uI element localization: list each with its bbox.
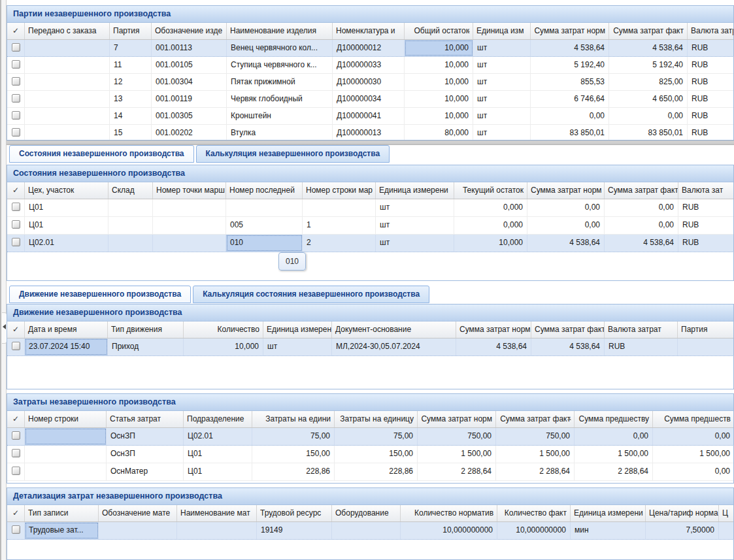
row-checkbox[interactable] [12, 43, 20, 52]
tab-inactive[interactable]: Калькуляция незавершенного производства [196, 145, 390, 163]
column-header[interactable]: Единица измерени [376, 182, 454, 199]
grid-cell[interactable]: шт [376, 199, 454, 216]
grid-cell[interactable] [25, 91, 110, 107]
grid-cell[interactable]: 4 538,64 [605, 235, 678, 252]
select-all-header[interactable]: ✓ [7, 321, 25, 338]
grid-cell[interactable]: 7,50000 [646, 522, 719, 539]
grid-cell[interactable]: Д100000030 [333, 74, 405, 90]
grid-cell[interactable]: 4 650,00 [609, 91, 688, 107]
grid-row[interactable]: ОснЗПЦ02.0175,0075,00750,00750,000,000,0… [7, 428, 734, 446]
grid-cell[interactable] [108, 199, 153, 216]
tab-active[interactable]: Движение незавершенного производства [9, 286, 191, 303]
grid-cell[interactable] [303, 199, 376, 216]
select-all-header[interactable]: ✓ [7, 411, 25, 427]
column-header[interactable]: Наименование изделия [227, 23, 333, 39]
grid-cell[interactable] [25, 463, 107, 480]
horizontal-splitter[interactable] [7, 140, 734, 145]
grid-cell[interactable] [25, 108, 110, 124]
grid-cell[interactable] [153, 235, 226, 252]
grid-cell[interactable] [25, 57, 110, 73]
grid-cell[interactable]: шт [376, 235, 454, 252]
grid-cell[interactable]: Кронштейн [227, 108, 333, 124]
grid-cell[interactable]: RUB [678, 235, 734, 252]
grid-cell[interactable]: ОснМатер [107, 463, 184, 480]
grid-cell[interactable] [719, 522, 734, 539]
column-header[interactable]: Обозначение изде [152, 23, 227, 39]
grid-cell[interactable]: ОснЗП [107, 428, 184, 445]
grid-cell[interactable]: Ц01 [184, 446, 252, 463]
column-header[interactable]: Склад [108, 182, 153, 199]
row-checkbox[interactable] [12, 220, 20, 229]
grid-cell[interactable]: шт [376, 217, 454, 234]
row-checkbox[interactable] [12, 128, 20, 137]
grid-cell[interactable]: шт [473, 40, 531, 56]
grid-cell[interactable]: 010 [226, 235, 303, 252]
grid-cell[interactable]: Д100000013 [333, 125, 405, 140]
column-header[interactable]: Дата и время [25, 321, 108, 338]
column-header[interactable]: Партия [678, 321, 734, 338]
grid-cell[interactable]: 0,00 [653, 428, 734, 445]
grid-cell[interactable]: RUB [678, 217, 734, 234]
grid-cell[interactable] [108, 235, 153, 252]
column-header[interactable]: Партия [110, 23, 152, 39]
grid-cell[interactable]: 228,86 [335, 463, 418, 480]
column-header[interactable]: Количество [184, 321, 263, 338]
grid-cell[interactable]: 4 538,64 [531, 338, 605, 355]
row-checkbox[interactable] [12, 467, 20, 475]
grid-cell[interactable]: RUB [678, 199, 734, 216]
column-header[interactable]: Сумма затрат норм [418, 411, 496, 427]
grid-row[interactable]: 14001.00305КронштейнД10000004110,000шт0,… [7, 108, 734, 125]
grid-cell[interactable]: 001.00305 [152, 108, 227, 124]
row-checkbox[interactable] [12, 94, 20, 103]
grid-cell[interactable] [177, 522, 257, 539]
column-header[interactable]: Цена/тариф норма [646, 505, 719, 521]
grid-row[interactable]: Трудовые зат...1914910,00000000010,00000… [7, 522, 734, 540]
grid-cell[interactable]: Червяк глобоидный [227, 91, 333, 107]
grid-cell[interactable]: 0,00 [531, 108, 609, 124]
grid-cell[interactable]: 10,000 [405, 74, 473, 90]
grid-cell[interactable]: Ц01 [184, 463, 252, 480]
column-header[interactable]: Валюта затр [688, 23, 734, 39]
grid-cell[interactable]: 75,00 [335, 428, 418, 445]
grid-cell[interactable]: RUB [605, 338, 678, 355]
column-header[interactable]: Сумма затрат факт [531, 321, 605, 338]
grid-row[interactable]: 12001.00304Пятак прижимнойД10000003010,0… [7, 74, 734, 91]
column-header[interactable]: Единица измерени [571, 505, 646, 521]
tab-inactive[interactable]: Калькуляция состояния незавершенного про… [193, 286, 429, 303]
left-splitter[interactable] [0, 0, 7, 560]
grid-cell[interactable]: 2 288,64 [418, 463, 496, 480]
grid-cell[interactable]: 10,000 [454, 235, 527, 252]
grid-cell[interactable]: Д100000012 [333, 40, 405, 56]
grid-cell[interactable]: 11 [110, 57, 152, 73]
grid-cell[interactable]: шт [473, 57, 531, 73]
grid-cell[interactable]: Венец червячного кол... [227, 40, 333, 56]
select-all-header[interactable]: ✓ [7, 505, 25, 521]
grid-cell[interactable]: 2 288,64 [496, 463, 575, 480]
column-header[interactable]: Статья затрат [107, 411, 184, 427]
grid-cell[interactable]: 1 500,00 [496, 446, 575, 463]
grid-cell[interactable]: 1 500,00 [418, 446, 496, 463]
grid-cell[interactable]: 10,000000000 [401, 522, 497, 539]
grid-cell[interactable]: 0,000 [454, 199, 527, 216]
grid-cell[interactable] [25, 125, 110, 140]
grid-cell[interactable]: 4 538,64 [456, 338, 531, 355]
grid-cell[interactable]: Пятак прижимной [227, 74, 333, 90]
grid-row[interactable]: ОснЗПЦ01150,00150,001 500,001 500,001 50… [7, 446, 734, 463]
row-checkbox[interactable] [12, 342, 20, 350]
grid-cell[interactable]: 10,000000000 [497, 522, 571, 539]
column-header[interactable]: Номер строки [25, 411, 107, 427]
grid-cell[interactable]: 12 [110, 74, 152, 90]
grid-cell[interactable]: 0,00 [609, 108, 688, 124]
grid-cell[interactable]: 4 538,64 [531, 40, 609, 56]
grid-cell[interactable]: 150,00 [335, 446, 418, 463]
grid-cell[interactable]: 4 538,64 [527, 235, 605, 252]
grid-cell[interactable] [153, 199, 226, 216]
row-checkbox[interactable] [12, 431, 20, 440]
column-header[interactable]: Сумма предшеству [575, 411, 653, 427]
tab-active[interactable]: Состояния незавершенного производства [9, 145, 194, 163]
column-header[interactable]: Цех, участок [25, 182, 108, 199]
grid-cell[interactable]: 5 192,40 [609, 57, 688, 73]
grid-cell[interactable]: 10,000 [405, 57, 473, 73]
grid-cell[interactable]: 001.00304 [152, 74, 227, 90]
grid-cell[interactable]: мин [571, 522, 646, 539]
